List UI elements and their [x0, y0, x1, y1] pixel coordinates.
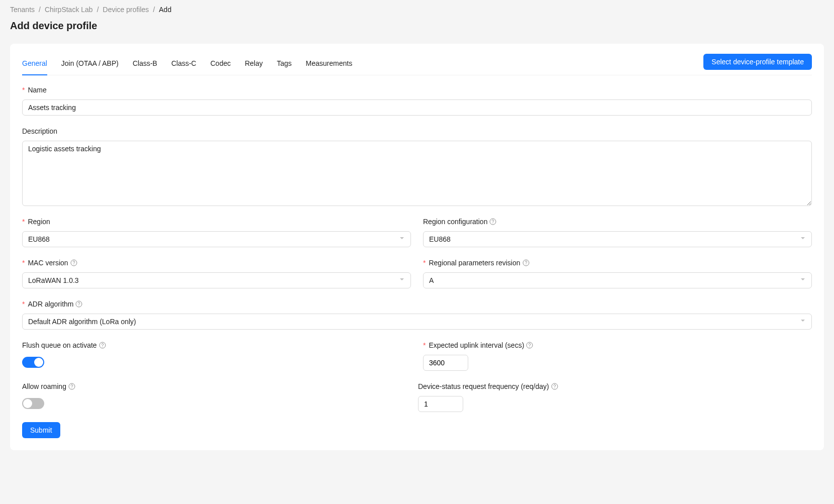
- regional-params-select[interactable]: A: [423, 272, 812, 288]
- tab-codec[interactable]: Codec: [211, 53, 231, 75]
- adr-algorithm-select-value: Default ADR algorithm (LoRa only): [28, 316, 136, 327]
- help-icon: [75, 300, 82, 308]
- page-title: Add device profile: [10, 18, 824, 34]
- tab-relay[interactable]: Relay: [245, 53, 263, 75]
- breadcrumb-tenants[interactable]: Tenants: [10, 4, 35, 15]
- svg-point-3: [73, 264, 74, 265]
- svg-point-1: [493, 223, 493, 224]
- uplink-interval-input[interactable]: [423, 355, 468, 371]
- description-textarea[interactable]: Logistic assets tracking: [22, 141, 812, 206]
- mac-version-select-value: LoRaWAN 1.0.3: [28, 275, 79, 286]
- chevron-down-icon: [800, 317, 806, 327]
- chevron-down-icon: [800, 276, 806, 285]
- svg-point-13: [71, 388, 72, 388]
- device-status-freq-label: Device-status request frequency (req/day…: [418, 381, 812, 392]
- tab-measurements[interactable]: Measurements: [306, 53, 353, 75]
- breadcrumb-separator: /: [97, 4, 99, 15]
- breadcrumb-current: Add: [159, 4, 171, 15]
- region-config-label: Region configuration: [423, 216, 812, 227]
- help-icon: [523, 259, 530, 266]
- allow-roaming-label: Allow roaming: [22, 381, 411, 392]
- region-select[interactable]: EU868: [22, 231, 411, 247]
- submit-button[interactable]: Submit: [22, 422, 60, 438]
- tab-general[interactable]: General: [22, 53, 47, 75]
- svg-point-9: [102, 347, 102, 347]
- chevron-down-icon: [800, 235, 806, 244]
- breadcrumb-device-profiles[interactable]: Device profiles: [103, 4, 149, 15]
- tab-tags[interactable]: Tags: [277, 53, 292, 75]
- tabs: General Join (OTAA / ABP) Class-B Class-…: [22, 53, 352, 75]
- select-template-button[interactable]: Select device-profile template: [703, 54, 812, 70]
- help-icon: [489, 218, 496, 225]
- svg-point-7: [79, 306, 79, 306]
- breadcrumb-tenant-name[interactable]: ChirpStack Lab: [45, 4, 93, 15]
- flush-queue-label: Flush queue on activate: [22, 340, 411, 351]
- adr-algorithm-select[interactable]: Default ADR algorithm (LoRa only): [22, 314, 812, 330]
- breadcrumb-separator: /: [39, 4, 41, 15]
- help-icon: [68, 383, 75, 390]
- svg-point-15: [554, 388, 555, 388]
- allow-roaming-switch[interactable]: [22, 398, 44, 409]
- uplink-interval-label: *Expected uplink interval (secs): [423, 340, 812, 351]
- help-icon: [526, 342, 533, 349]
- svg-point-5: [526, 264, 526, 265]
- help-icon: [70, 259, 77, 266]
- adr-algorithm-label: *ADR algorithm: [22, 298, 812, 310]
- breadcrumb: Tenants / ChirpStack Lab / Device profil…: [10, 4, 824, 15]
- tab-join[interactable]: Join (OTAA / ABP): [61, 53, 119, 75]
- help-icon: [99, 342, 106, 349]
- mac-version-select[interactable]: LoRaWAN 1.0.3: [22, 272, 411, 288]
- region-config-select-value: EU868: [429, 234, 451, 245]
- form-card: General Join (OTAA / ABP) Class-B Class-…: [10, 44, 824, 450]
- help-icon: [551, 383, 558, 390]
- name-input[interactable]: [22, 99, 812, 116]
- region-label: *Region: [22, 216, 411, 227]
- device-status-freq-input[interactable]: [418, 396, 463, 412]
- tab-class-b[interactable]: Class-B: [133, 53, 157, 75]
- tab-class-c[interactable]: Class-C: [171, 53, 196, 75]
- flush-queue-switch[interactable]: [22, 357, 44, 368]
- region-select-value: EU868: [28, 234, 50, 245]
- name-label: *Name: [22, 84, 812, 95]
- region-config-select[interactable]: EU868: [423, 231, 812, 247]
- description-label: Description: [22, 126, 812, 137]
- regional-params-label: *Regional parameters revision: [423, 257, 812, 268]
- chevron-down-icon: [399, 235, 405, 244]
- svg-point-11: [530, 347, 530, 347]
- chevron-down-icon: [399, 276, 405, 285]
- breadcrumb-separator: /: [153, 4, 155, 15]
- mac-version-label: *MAC version: [22, 257, 411, 268]
- regional-params-select-value: A: [429, 275, 434, 286]
